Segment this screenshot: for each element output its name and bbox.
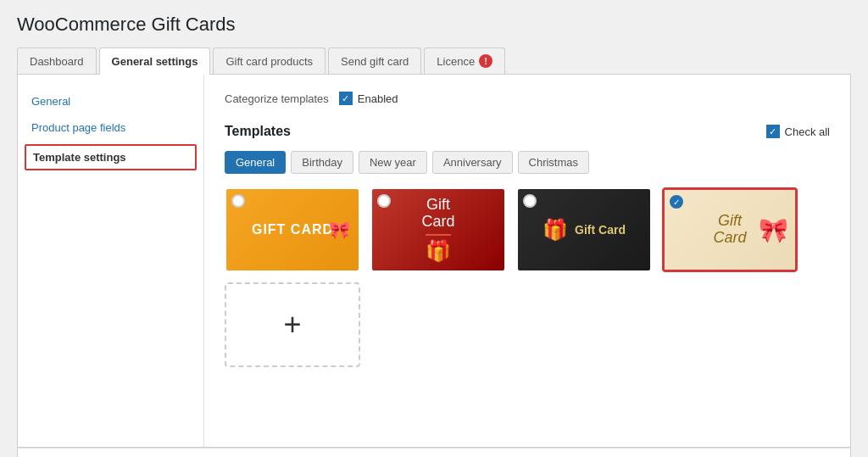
sidebar-item-general[interactable]: General bbox=[18, 88, 203, 114]
page-wrapper: WooCommerce Gift Cards Dashboard General… bbox=[0, 0, 868, 457]
gift-box-icon-2: 🎁 bbox=[426, 239, 451, 263]
template-card-3[interactable]: 🎁 Gift Card bbox=[516, 187, 652, 272]
tab-send-gift-card[interactable]: Send gift card bbox=[328, 47, 421, 74]
radio-dot-4 bbox=[670, 195, 683, 209]
sidebar-item-template-settings[interactable]: Template settings bbox=[25, 144, 197, 170]
tab-licence[interactable]: Licence ! bbox=[424, 47, 505, 74]
categorize-label: Categorize templates bbox=[225, 92, 329, 105]
gift-box-icon-3: 🎁 bbox=[542, 218, 568, 242]
card-1-text: GIFT CARD bbox=[252, 222, 333, 237]
radio-dot-1 bbox=[231, 194, 245, 208]
gift-bow-icon-4: 🎀 bbox=[759, 216, 788, 244]
tab-gift-card-products[interactable]: Gift card products bbox=[213, 47, 326, 74]
tab-dashboard[interactable]: Dashboard bbox=[17, 47, 97, 74]
templates-grid: GIFT CARD 🎀 GiftCard 🎁 bbox=[225, 187, 830, 367]
filter-tab-birthday[interactable]: Birthday bbox=[291, 151, 353, 174]
check-all-row: Check all bbox=[766, 125, 830, 138]
categorize-checkbox[interactable] bbox=[339, 92, 353, 105]
card-3-text: Gift Card bbox=[575, 223, 626, 237]
card-2-text: GiftCard bbox=[421, 197, 454, 231]
filter-tab-christmas[interactable]: Christmas bbox=[518, 151, 590, 174]
template-card-2[interactable]: GiftCard 🎁 bbox=[370, 187, 506, 272]
filter-tab-new-year[interactable]: New year bbox=[359, 151, 427, 174]
card-4-text: GiftCard bbox=[713, 213, 746, 247]
page-title: WooCommerce Gift Cards bbox=[17, 14, 851, 36]
template-card-1[interactable]: GIFT CARD 🎀 bbox=[225, 187, 360, 272]
filter-tabs: General Birthday New year Anniversary Ch… bbox=[225, 151, 830, 174]
add-template-card[interactable]: + bbox=[225, 282, 360, 367]
sidebar: General Product page fields Template set… bbox=[18, 75, 204, 447]
licence-badge: ! bbox=[479, 54, 492, 68]
radio-dot-3 bbox=[523, 194, 537, 208]
filter-tab-general[interactable]: General bbox=[225, 151, 286, 174]
content-area: Categorize templates Enabled Templates C… bbox=[204, 75, 850, 447]
template-card-4[interactable]: GiftCard 🎀 bbox=[662, 187, 798, 272]
check-all-label: Check all bbox=[785, 125, 830, 138]
tabs-bar: Dashboard General settings Gift card pro… bbox=[17, 47, 851, 75]
categorize-checkbox-group: Enabled bbox=[339, 92, 398, 105]
templates-header: Templates Check all bbox=[225, 124, 830, 139]
footer-bar: Save bbox=[17, 448, 851, 457]
gift-bow-icon-1: 🎀 bbox=[329, 220, 350, 240]
add-icon: + bbox=[283, 307, 301, 343]
filter-tab-anniversary[interactable]: Anniversary bbox=[432, 151, 513, 174]
templates-title: Templates bbox=[225, 124, 291, 139]
main-content: General Product page fields Template set… bbox=[17, 75, 851, 448]
sidebar-item-product-page-fields[interactable]: Product page fields bbox=[18, 114, 203, 141]
card-2-divider bbox=[426, 234, 451, 236]
enabled-label: Enabled bbox=[358, 92, 398, 105]
radio-dot-2 bbox=[377, 194, 391, 208]
tab-general-settings[interactable]: General settings bbox=[99, 47, 211, 75]
categorize-row: Categorize templates Enabled bbox=[225, 92, 830, 105]
check-all-checkbox[interactable] bbox=[766, 125, 780, 138]
